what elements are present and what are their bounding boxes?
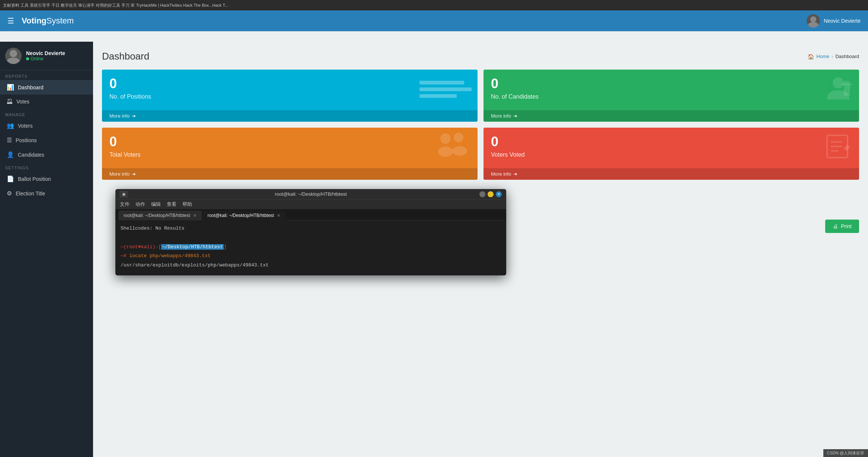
- more-info-text-2: More info: [109, 171, 130, 177]
- more-info-text-1: More info: [491, 113, 511, 119]
- print-label: Print: [841, 223, 852, 229]
- terminal-controls[interactable]: ✕: [479, 191, 502, 197]
- terminal-tab-2-close[interactable]: ✕: [277, 213, 280, 218]
- sidebar-username: Neovic Devierte: [26, 50, 65, 56]
- sidebar-item-label: Dashboard: [18, 84, 44, 90]
- terminal-maximize-btn[interactable]: [488, 191, 494, 197]
- more-info-btn-0[interactable]: More info ➜: [102, 110, 478, 122]
- stat-card-green: 0 No. of Candidates More info ➜: [484, 70, 859, 122]
- sidebar-icon: ☰: [7, 137, 12, 144]
- print-button[interactable]: 🖨 Print: [825, 220, 859, 233]
- sidebar-item-candidates[interactable]: 👤 Candidates: [0, 147, 93, 162]
- sidebar-section-reports: REPORTS: [0, 70, 93, 80]
- sidebar-icon: 📄: [7, 175, 14, 182]
- svg-point-2: [10, 50, 17, 57]
- stats-grid: 0 No. of Positions More info ➜ 0 No. of …: [102, 70, 859, 180]
- breadcrumb-current: Dashboard: [835, 54, 859, 59]
- sidebar-icon: 👥: [7, 122, 14, 129]
- page-title: Dashboard: [102, 51, 149, 62]
- terminal-titlebar: ▣ root@kali: ~/Desktop/HTB/htbtest ✕: [115, 189, 506, 199]
- sidebar-item-election-title[interactable]: ⚙ Election Title: [0, 186, 93, 201]
- terminal-line-command: ─# locate php/webapps/49843.txt: [121, 252, 501, 260]
- more-info-text-3: More info: [491, 171, 511, 177]
- sidebar-user-details: Neovic Devierte Online: [26, 50, 65, 61]
- more-info-btn-1[interactable]: More info ➜: [484, 110, 859, 122]
- terminal-close-btn[interactable]: ✕: [496, 191, 502, 197]
- terminal-tab-1[interactable]: root@kali: ~/Desktop/HTB/htbtest ✕: [118, 211, 202, 220]
- more-info-btn-2[interactable]: More info ➜: [102, 168, 478, 180]
- stat-number-1: 0: [491, 76, 852, 91]
- terminal-window: ▣ root@kali: ~/Desktop/HTB/htbtest ✕ 文件 …: [115, 189, 506, 275]
- terminal-title: root@kali: ~/Desktop/HTB/htbtest: [120, 191, 502, 197]
- terminal-prompt-bracket: -[: [156, 244, 162, 250]
- sidebar-item-voters[interactable]: 👥 Voters: [0, 118, 93, 133]
- sidebar-item-label: Candidates: [18, 152, 44, 158]
- sidebar-item-dashboard[interactable]: 📊 Dashboard: [0, 80, 93, 95]
- terminal-tab-1-label: root@kali: ~/Desktop/HTB/htbtest: [124, 213, 190, 218]
- stat-card-blue: 0 No. of Positions More info ➜: [102, 70, 478, 122]
- stat-number-3: 0: [491, 134, 852, 149]
- terminal-line-1: Shellcodes: No Results: [121, 225, 501, 233]
- terminal-menubar: 文件 动作 编辑 查看 帮助: [115, 199, 506, 209]
- hamburger-icon[interactable]: ☰: [7, 16, 14, 25]
- term-menu-help[interactable]: 帮助: [182, 201, 192, 208]
- sidebar-item-votes[interactable]: 🗳 Votes: [0, 95, 93, 109]
- terminal-tab-1-close[interactable]: ✕: [193, 213, 197, 218]
- stat-number-0: 0: [109, 76, 470, 91]
- more-info-arrow-0: ➜: [132, 113, 136, 119]
- terminal-minimize-btn[interactable]: [479, 191, 485, 197]
- sidebar-item-ballot-position[interactable]: 📄 Ballot Position: [0, 172, 93, 186]
- sidebar-icon: ⚙: [7, 190, 12, 197]
- term-menu-view[interactable]: 查看: [167, 201, 176, 208]
- breadcrumb: 🏠 Home › Dashboard: [808, 54, 859, 60]
- terminal-tabs: root@kali: ~/Desktop/HTB/htbtest ✕ root@…: [115, 209, 506, 220]
- term-menu-file[interactable]: 文件: [120, 201, 130, 208]
- more-info-arrow-2: ➜: [132, 171, 136, 177]
- terminal-line-prompt: ─(root⊛kali)-[~/Desktop/HTB/htbtest]: [121, 243, 501, 251]
- sidebar-item-label: Ballot Position: [18, 176, 51, 182]
- svg-point-7: [438, 147, 453, 157]
- print-icon: 🖨: [833, 223, 838, 229]
- sidebar-icon: 🗳: [7, 98, 13, 105]
- terminal-body[interactable]: Shellcodes: No Results ─(root⊛kali)-[~/D…: [115, 220, 506, 275]
- stat-card-orange: 0 Total Voters More info ➜: [102, 128, 478, 180]
- more-info-arrow-1: ➜: [513, 113, 517, 119]
- terminal-prompt-bracket-close: ]: [224, 244, 227, 250]
- sidebar-item-label: Election Title: [16, 191, 45, 196]
- terminal-text-shellcode: Shellcodes: No Results: [121, 226, 185, 231]
- sidebar-item-positions[interactable]: ☰ Positions: [0, 133, 93, 147]
- browser-tabs: 文献资料 工具 系统引导手 千日 教字佐天 审心清手 对用的好工具 手刀 宋 T…: [3, 3, 228, 8]
- more-info-text-0: More info: [109, 113, 130, 119]
- term-menu-action[interactable]: 动作: [135, 201, 145, 208]
- terminal-hash: ─#: [121, 253, 127, 259]
- sidebar-sections: REPORTS📊 Dashboard🗳 VotesMANAGE👥 Voters☰…: [0, 70, 93, 201]
- terminal-tab-2[interactable]: root@kali: ~/Desktop/HTB/htbtest ✕: [202, 211, 286, 220]
- terminal-corner-icon: ▣: [120, 191, 127, 197]
- app-header: ☰ VotingSystem Neovic Devierte: [0, 10, 868, 31]
- stat-number-2: 0: [109, 134, 470, 149]
- more-info-arrow-3: ➜: [513, 171, 517, 177]
- svg-point-0: [810, 16, 816, 22]
- header-username: Neovic Devierte: [824, 18, 861, 24]
- svg-point-1: [808, 22, 818, 28]
- terminal-line-output: /usr/share/exploitdb/exploits/php/webapp…: [121, 262, 501, 269]
- more-info-btn-3[interactable]: More info ➜: [484, 168, 859, 180]
- term-menu-edit[interactable]: 编辑: [151, 201, 161, 208]
- terminal-output-path: /usr/share/exploitdb/exploits/php/webapp…: [121, 262, 269, 268]
- sidebar-item-label: Positions: [16, 137, 37, 143]
- svg-point-8: [454, 133, 463, 143]
- svg-point-3: [7, 58, 20, 64]
- terminal-prompt-path: ~/Desktop/HTB/htbtest: [161, 244, 224, 250]
- sidebar-item-label: Voters: [18, 123, 33, 129]
- sidebar-item-label: Votes: [16, 99, 29, 105]
- sidebar-section-settings: SETTINGS: [0, 162, 93, 172]
- terminal-prompt-user: ─(root⊛kali): [121, 244, 156, 250]
- stat-card-red: 0 Voters Voted More info ➜: [484, 128, 859, 180]
- csdn-bar: CSDN @人间体佐菲: [823, 449, 868, 457]
- header-avatar: [807, 14, 820, 28]
- sidebar: Neovic Devierte Online REPORTS📊 Dashboar…: [0, 42, 93, 457]
- svg-point-6: [440, 134, 451, 144]
- breadcrumb-home[interactable]: Home: [816, 54, 829, 59]
- stat-label-2: Total Voters: [109, 151, 470, 158]
- svg-rect-5: [841, 84, 852, 85]
